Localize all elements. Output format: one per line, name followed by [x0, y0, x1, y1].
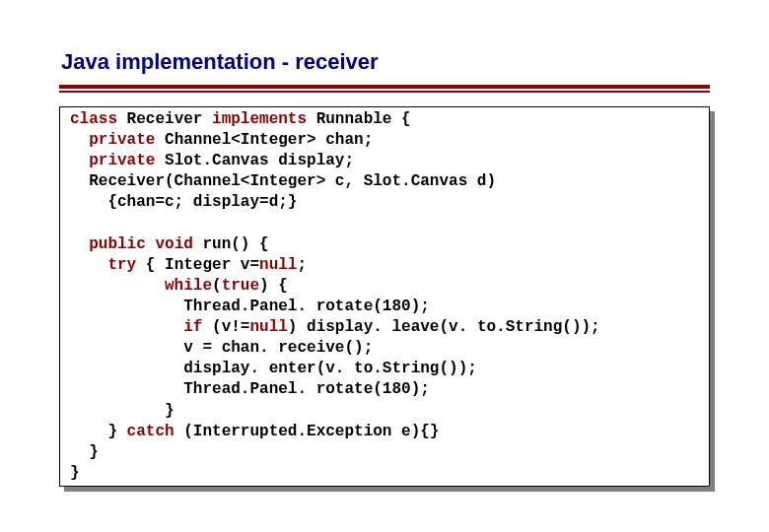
kw-if: if	[183, 318, 202, 336]
code-text: }	[70, 423, 127, 440]
code-text: { Integer v=	[136, 256, 259, 274]
code-box: class Receiver implements Runnable { pri…	[59, 106, 710, 487]
kw-implements: implements	[212, 110, 307, 128]
code-text: Receiver(Channel<Integer> c, Slot.Canvas…	[70, 172, 496, 190]
code-text: }	[70, 464, 80, 482]
code-text	[146, 235, 156, 253]
divider-thin	[59, 91, 710, 93]
divider-thick	[59, 85, 710, 89]
kw-public: public	[89, 235, 146, 253]
kw-null: null	[249, 318, 287, 336]
kw-while: while	[165, 277, 212, 295]
kw-true: true	[222, 277, 259, 295]
kw-private: private	[89, 152, 155, 169]
kw-null: null	[259, 256, 297, 274]
code-text: Thread.Panel. rotate(180);	[70, 380, 430, 398]
code-text: ) display. leave(v. to.String());	[288, 318, 600, 336]
code-text: ;	[297, 256, 307, 274]
code-text: Thread.Panel. rotate(180);	[70, 298, 430, 315]
kw-class: class	[70, 110, 117, 128]
kw-void: void	[155, 235, 192, 253]
code-text: ) {	[259, 277, 288, 295]
kw-catch: catch	[127, 423, 175, 440]
kw-try: try	[107, 256, 136, 274]
code-text	[70, 277, 165, 295]
code-container: class Receiver implements Runnable { pri…	[59, 106, 710, 487]
kw-private: private	[89, 131, 155, 149]
code-text: v = chan. receive();	[70, 339, 373, 357]
title-divider	[59, 85, 710, 93]
code-text: run() {	[193, 235, 269, 253]
code-text: Slot.Canvas display;	[155, 152, 354, 169]
code-text: }	[70, 443, 99, 461]
slide: Java implementation - receiver class Rec…	[0, 0, 769, 532]
code-text: {chan=c; display=d;}	[70, 193, 297, 211]
code-text: Runnable {	[307, 110, 411, 128]
code-text: Receiver	[117, 110, 212, 128]
code-text: Channel<Integer> chan;	[155, 131, 373, 149]
code-text: (Interrupted.Exception e){}	[175, 423, 440, 440]
code-text: }	[70, 402, 175, 420]
code-text: (v!=	[202, 318, 249, 336]
code-text: (	[212, 277, 222, 295]
code-text: display. enter(v. to.String());	[70, 360, 477, 377]
slide-title: Java implementation - receiver	[61, 49, 710, 75]
code-text	[70, 318, 183, 336]
